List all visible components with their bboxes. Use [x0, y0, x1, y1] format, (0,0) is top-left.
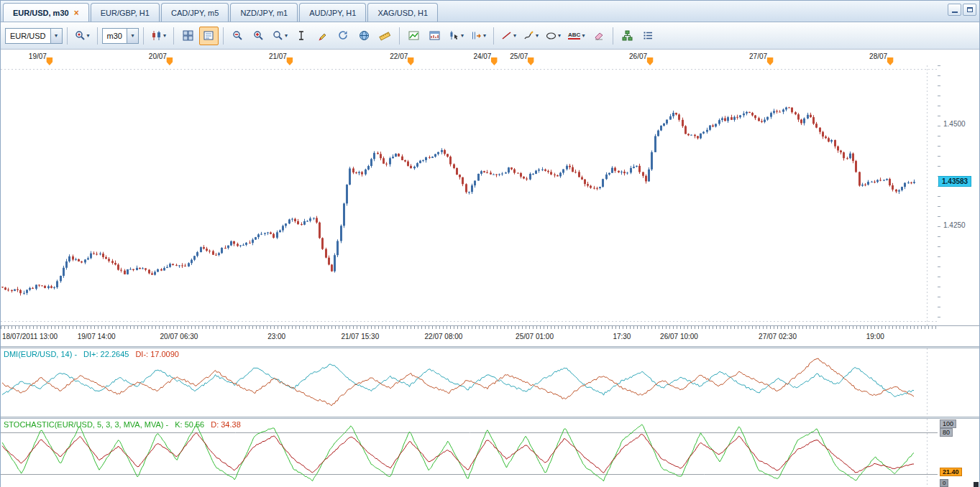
time-axis[interactable]: 18/07/2011 13:0019/07 14:0020/07 06:3023… [1, 326, 938, 346]
shape-tool-button[interactable]: ▾ [543, 27, 564, 45]
symbol-combo[interactable]: EUR/USD ▾ [5, 28, 63, 44]
tile-windows-icon [183, 30, 193, 41]
freehand-line-button[interactable]: ▾ [521, 27, 541, 45]
toolbar-separator [493, 27, 494, 45]
object-tree-button[interactable] [618, 27, 637, 45]
zoom-out-button[interactable] [228, 27, 247, 45]
restore-button[interactable] [963, 4, 976, 16]
time-label: 17:30 [613, 333, 631, 340]
session-marker-icon[interactable] [528, 57, 534, 65]
eraser-button[interactable] [589, 27, 608, 45]
session-marker-icon[interactable] [887, 57, 894, 65]
toolbar-separator [223, 27, 224, 45]
ibeam-cursor-icon [296, 30, 307, 41]
text-label-button[interactable]: ABC ▾ [565, 27, 587, 45]
refresh-icon [338, 30, 349, 41]
toolbar-separator [143, 27, 144, 45]
data-window-button[interactable] [199, 27, 219, 45]
minimize-button[interactable] [948, 4, 961, 16]
measure-button[interactable] [375, 27, 395, 45]
session-marker-icon[interactable] [46, 57, 52, 65]
tab-nzdjpy-m1[interactable]: NZD/JPY, m1 [230, 3, 298, 22]
zoom-area-button[interactable]: ▾ [270, 27, 290, 45]
symbol-value: EUR/USD [6, 32, 50, 40]
resize-grip[interactable] [974, 482, 979, 487]
snapshot-button[interactable] [404, 27, 423, 45]
restore-icon [967, 7, 973, 12]
stochastic-d-value: D: 34.38 [211, 420, 241, 429]
ellipse-shape-icon [546, 30, 557, 41]
toolbar-separator [173, 27, 174, 45]
chevron-down-icon: ▾ [483, 32, 486, 39]
chart-content: 19/0720/0721/0722/0724/0725/0726/0727/07… [1, 50, 979, 487]
chart-tab-bar: EUR/USD, m30 × EUR/GBP, H1 CAD/JPY, m5 N… [1, 1, 979, 22]
new-chart-window-button[interactable] [178, 27, 198, 45]
price-chart-canvas[interactable] [1, 65, 938, 325]
chart-list-button[interactable] [638, 27, 658, 45]
session-marker-icon[interactable] [767, 57, 774, 65]
search-symbol-icon [75, 30, 86, 41]
timeframe-value: m30 [103, 32, 127, 40]
toolbar-separator [67, 27, 68, 45]
dmi-title: DMI(EUR/USD, 14) - [4, 350, 77, 358]
zoom-in-icon [253, 30, 264, 41]
chart-window-icon [429, 30, 440, 41]
zoom-in-button[interactable] [249, 27, 268, 45]
chart-window-button[interactable] [425, 27, 444, 45]
chevron-down-icon: ▾ [163, 32, 166, 39]
dmi-label: DMI(EUR/USD, 14) -DI+: 22.2645DI-: 17.00… [4, 350, 186, 358]
symbol-search-button[interactable]: ▾ [72, 27, 93, 45]
session-marker-icon[interactable] [286, 57, 293, 65]
chevron-down-icon: ▾ [513, 32, 516, 39]
dmi-canvas[interactable] [1, 348, 938, 417]
time-label: 21/07 15:30 [341, 333, 379, 340]
stochastic-canvas[interactable] [1, 419, 938, 487]
refresh-button[interactable] [334, 27, 353, 45]
tab-xagusd-h1[interactable]: XAG/USD, H1 [367, 3, 438, 22]
stochastic-axis[interactable]: 100 80 21.40 0 [938, 419, 979, 487]
shift-icon [471, 30, 482, 41]
price-axis[interactable]: 1.4500 1.4250 1.43583 [938, 65, 979, 325]
tab-eurgbp-h1[interactable]: EUR/GBP, H1 [91, 3, 160, 22]
draw-pointer-button[interactable] [313, 27, 332, 45]
session-marker-icon[interactable] [166, 57, 173, 65]
trendline-button[interactable]: ▾ [498, 27, 519, 45]
time-label: 23:00 [267, 333, 285, 340]
stochastic-k-value: K: 50.56 [175, 420, 204, 429]
tab-label: NZD/JPY, m1 [240, 9, 288, 17]
tab-label: XAG/USD, H1 [377, 9, 428, 17]
chart-type-button[interactable]: ▾ [148, 27, 169, 45]
crosshair-cursor-button[interactable] [292, 27, 311, 45]
stochastic-panel: STOCHASTIC(EUR/USD, 5, 3, 3, MVA, MVA) -… [1, 419, 979, 487]
tab-label: EUR/GBP, H1 [101, 9, 150, 17]
chevron-down-icon[interactable]: ▾ [127, 29, 138, 43]
marketscope-window: EUR/USD, m30 × EUR/GBP, H1 CAD/JPY, m5 N… [0, 0, 980, 487]
stochastic-label: STOCHASTIC(EUR/USD, 5, 3, 3, MVA, MVA) -… [4, 420, 247, 429]
close-tab-icon[interactable]: × [74, 9, 79, 17]
dmi-axis[interactable] [938, 348, 979, 417]
chart-shift-button[interactable]: ▾ [468, 27, 489, 45]
stochastic-current-tag: 21.40 [940, 468, 962, 476]
data-window-icon [203, 30, 214, 41]
session-marker-icon[interactable] [491, 57, 498, 65]
web-button[interactable] [354, 27, 374, 45]
timeframe-combo[interactable]: m30 ▾ [102, 28, 139, 44]
chevron-down-icon: ▾ [536, 32, 539, 39]
time-axis-ticks [1, 326, 938, 329]
minimize-icon [952, 11, 958, 13]
date-axis[interactable]: 19/0720/0721/0722/0724/0725/0726/0727/07… [1, 50, 938, 65]
time-label: 18/07/2011 13:00 [2, 333, 58, 340]
tab-eurusd-m30[interactable]: EUR/USD, m30 × [3, 3, 89, 22]
session-marker-icon[interactable] [408, 57, 414, 65]
pattern-tool-button[interactable]: ▾ [446, 27, 467, 45]
price-tick-label: 1.4500 [943, 120, 966, 128]
dmi-di-plus-value: DI+: 22.2645 [83, 350, 129, 358]
tab-audjpy-h1[interactable]: AUD/JPY, H1 [299, 3, 366, 22]
price-tick-label: 1.4250 [943, 221, 966, 229]
session-marker-icon[interactable] [647, 57, 654, 65]
chart-toolbar: EUR/USD ▾ ▾ m30 ▾ ▾ [1, 22, 979, 50]
candlestick-chart-icon [151, 30, 162, 41]
chart-image-icon [408, 30, 419, 41]
chevron-down-icon[interactable]: ▾ [50, 29, 62, 43]
tab-cadjpy-m5[interactable]: CAD/JPY, m5 [161, 3, 229, 22]
